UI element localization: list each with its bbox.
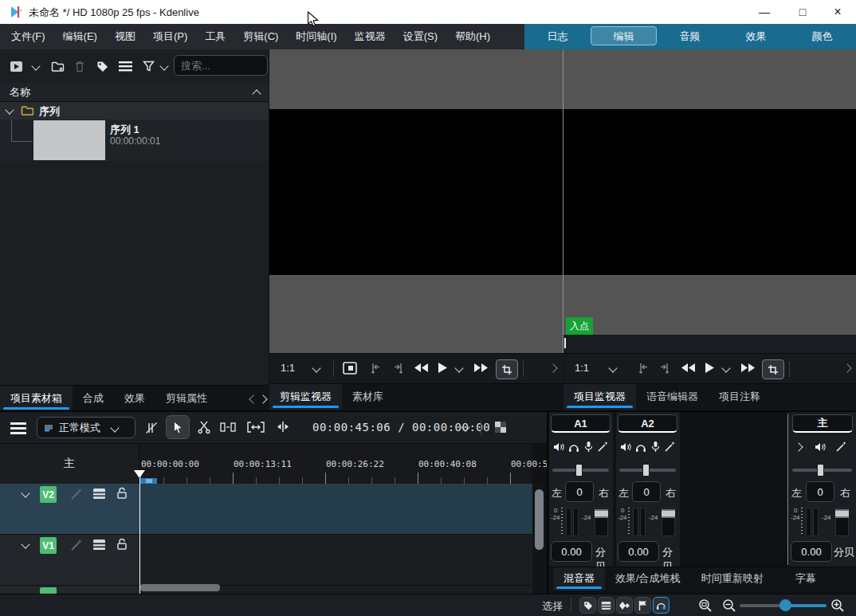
delete-button[interactable]	[73, 59, 87, 73]
play-options-chevron-icon[interactable]	[454, 363, 463, 372]
tab-subtitles[interactable]: 字幕	[785, 567, 827, 590]
selection-tool-button[interactable]	[166, 415, 190, 439]
show-markers-button[interactable]	[579, 597, 596, 614]
tab-compositions[interactable]: 合成	[73, 386, 114, 411]
workspace-tab-effects[interactable]: 效果	[723, 24, 789, 49]
balance-value[interactable]: 0	[632, 481, 661, 502]
spacer-tool-icon[interactable]	[220, 422, 236, 432]
play-icon[interactable]	[438, 362, 448, 374]
mixed-tracks-icon[interactable]	[494, 421, 507, 434]
bin-menu-button[interactable]	[117, 60, 133, 73]
master-track-label[interactable]: 主	[64, 457, 75, 471]
minimize-button[interactable]: —	[746, 0, 783, 24]
play-options-chevron-icon[interactable]	[721, 363, 730, 372]
menu-file[interactable]: 文件(F)	[2, 24, 54, 49]
scene-zone-icon[interactable]	[343, 362, 357, 375]
playhead-line[interactable]	[139, 478, 140, 594]
timeline-zone-bar[interactable]	[139, 478, 157, 484]
tab-library[interactable]: 素材库	[342, 384, 394, 410]
zoom-slider-track-left[interactable]	[740, 604, 785, 607]
tab-clip-properties[interactable]: 剪辑属性	[155, 386, 218, 411]
razor-tool-icon[interactable]	[198, 421, 210, 434]
go-to-zone-out-icon[interactable]	[658, 362, 670, 375]
track-collapse-chevron-icon[interactable]	[21, 488, 29, 497]
tab-speech-editor[interactable]: 语音编辑器	[636, 384, 709, 410]
edit-mode-dropdown[interactable]: 正常模式	[37, 417, 135, 438]
zoom-dropdown-chevron-icon[interactable]	[608, 363, 617, 372]
db-value[interactable]: 0.00	[618, 541, 659, 562]
zone-mode-button[interactable]	[496, 359, 518, 379]
transport-overflow-icon[interactable]	[842, 363, 851, 372]
video-thumbnails-button[interactable]	[598, 597, 615, 614]
timeline-vscroll-thumb[interactable]	[535, 489, 544, 550]
zoom-fit-icon[interactable]	[698, 598, 713, 613]
menu-clip[interactable]: 剪辑(C)	[234, 24, 287, 49]
track-thumbnails-icon[interactable]	[92, 488, 106, 500]
db-value[interactable]: 0.00	[551, 541, 592, 562]
lock-icon[interactable]	[116, 538, 128, 551]
balance-value[interactable]: 0	[806, 481, 834, 502]
track-header-v2[interactable]: V2	[0, 484, 139, 535]
track-collapse-chevron-icon[interactable]	[21, 539, 29, 548]
bin-name-header[interactable]: 名称	[0, 83, 269, 102]
gain-fader-handle[interactable]	[595, 509, 608, 518]
go-to-zone-out-icon[interactable]	[392, 362, 404, 375]
monitor-headphones-icon[interactable]	[568, 441, 579, 453]
effects-wand-icon[interactable]	[597, 441, 609, 453]
tab-project-notes[interactable]: 项目注释	[709, 384, 771, 410]
menu-edit[interactable]: 编辑(E)	[54, 24, 106, 49]
volume-slider-handle[interactable]	[575, 464, 583, 477]
fast-forward-icon[interactable]	[740, 363, 756, 373]
workspace-tab-color[interactable]: 颜色	[789, 24, 855, 49]
balance-value[interactable]: 0	[565, 481, 594, 502]
timeline-vscroll-track[interactable]	[532, 484, 547, 594]
track-content-v2[interactable]	[139, 484, 532, 535]
menu-help[interactable]: 帮助(H)	[446, 24, 499, 49]
project-monitor-seekbar[interactable]	[563, 335, 856, 353]
tag-button[interactable]	[95, 59, 109, 73]
tab-project-monitor[interactable]: 项目监视器	[563, 384, 636, 410]
record-mic-icon[interactable]	[583, 441, 594, 453]
record-mic-icon[interactable]	[650, 441, 661, 453]
effects-wand-icon[interactable]	[70, 488, 83, 500]
maximize-button[interactable]: □	[784, 0, 821, 24]
gain-fader-handle[interactable]	[662, 509, 675, 518]
timeline-hscroll-thumb[interactable]	[140, 584, 220, 591]
workspace-tab-audio[interactable]: 音频	[657, 24, 723, 49]
clip-thumbnail[interactable]	[33, 120, 105, 160]
expand-master-chevron-icon[interactable]	[794, 442, 803, 451]
show-keyframes-button[interactable]	[616, 597, 633, 614]
bin-clip-row[interactable]: 序列 1 00:00:00:01	[0, 120, 269, 161]
mute-speaker-icon[interactable]	[620, 441, 632, 453]
filter-dropdown-chevron-icon[interactable]	[159, 61, 168, 70]
filter-button[interactable]	[141, 59, 155, 73]
seekbar-playhead[interactable]	[564, 338, 566, 348]
db-value[interactable]: 0.00	[791, 541, 832, 562]
mute-speaker-icon[interactable]	[553, 441, 565, 453]
monitor-headphones-icon[interactable]	[635, 441, 646, 453]
fit-zoom-icon[interactable]	[247, 422, 265, 433]
play-icon[interactable]	[705, 362, 715, 374]
zoom-dropdown-chevron-icon[interactable]	[312, 363, 320, 372]
go-to-zone-in-icon[interactable]	[638, 362, 650, 375]
menu-view[interactable]: 视图	[106, 24, 144, 49]
track-header-v1[interactable]: V1	[0, 535, 139, 586]
track-badge[interactable]: V1	[40, 537, 57, 554]
track-badge[interactable]: V2	[40, 486, 57, 503]
add-clip-dropdown-chevron-icon[interactable]	[31, 61, 40, 70]
menu-tools[interactable]: 工具	[196, 24, 234, 49]
workspace-tab-logging[interactable]: 日志	[524, 24, 591, 49]
zoom-in-icon[interactable]	[830, 598, 845, 613]
tab-time-remap[interactable]: 时间重新映射	[691, 567, 774, 590]
clip-monitor-zoom-level[interactable]: 1:1	[281, 362, 295, 374]
timeline-menu-button[interactable]	[10, 422, 27, 434]
playhead-marker[interactable]	[134, 470, 145, 478]
effects-wand-icon[interactable]	[835, 441, 847, 453]
track-thumbnails-icon[interactable]	[92, 539, 106, 551]
track-header-a1-partial[interactable]	[0, 586, 139, 594]
fast-forward-icon[interactable]	[473, 363, 489, 373]
timeline-master-header[interactable]: 主	[0, 444, 139, 484]
tab-scroll-left-icon[interactable]	[249, 394, 257, 403]
zone-mode-button[interactable]	[762, 359, 784, 379]
volume-slider-handle[interactable]	[817, 464, 824, 477]
